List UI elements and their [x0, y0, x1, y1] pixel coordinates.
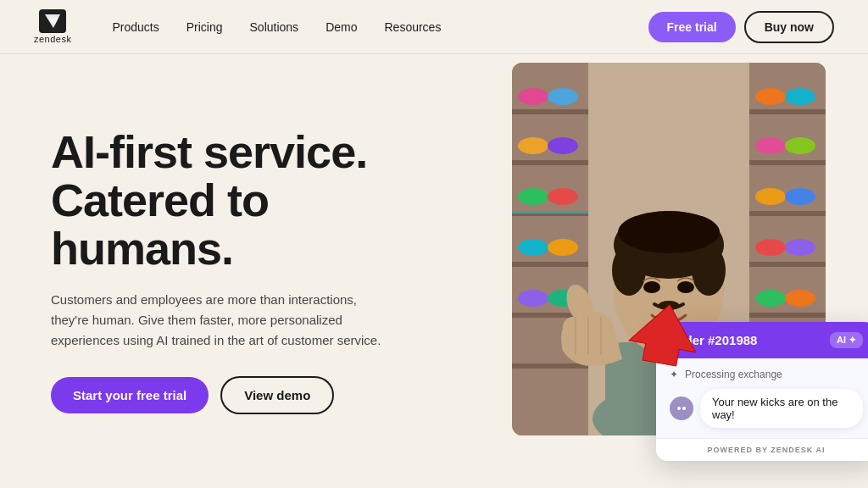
svg-point-12: [548, 137, 578, 154]
hero-left: AI-first service. Catered to humans. Cus…: [51, 128, 458, 413]
hero-title-line2: Catered to: [51, 175, 269, 225]
ai-badge: AI ✦: [830, 332, 863, 348]
svg-point-14: [548, 188, 578, 205]
chat-bubble: Your new kicks are on the way!: [700, 389, 863, 428]
red-arrow: [626, 300, 703, 368]
logo[interactable]: zendesk: [34, 9, 71, 44]
svg-point-35: [785, 290, 815, 307]
svg-point-44: [692, 245, 726, 296]
chat-message-row: Your new kicks are on the way!: [670, 389, 863, 428]
cta-buttons: Start your free trial View demo: [51, 376, 458, 414]
svg-point-33: [785, 239, 815, 256]
svg-point-29: [785, 137, 815, 154]
logo-text: zendesk: [34, 34, 71, 44]
nav-links: Products Pricing Solutions Demo Resource…: [112, 20, 648, 34]
nav-link-demo[interactable]: Demo: [326, 20, 357, 34]
view-demo-button[interactable]: View demo: [220, 376, 334, 414]
svg-point-45: [618, 211, 720, 253]
svg-rect-4: [512, 160, 588, 165]
svg-rect-20: [749, 109, 826, 114]
hero-title-line3: humans.: [51, 223, 233, 274]
buy-now-button[interactable]: Buy now: [744, 11, 834, 43]
svg-rect-22: [749, 211, 826, 216]
svg-point-9: [518, 88, 548, 105]
svg-rect-24: [749, 313, 826, 318]
svg-rect-23: [749, 262, 826, 267]
dot-2: [682, 407, 686, 410]
svg-rect-6: [512, 262, 588, 267]
svg-point-13: [518, 188, 548, 205]
processing-text: Processing exchange: [685, 369, 782, 380]
svg-rect-3: [512, 109, 588, 114]
dot-1: [677, 407, 681, 410]
svg-point-34: [755, 290, 786, 307]
svg-rect-21: [749, 160, 826, 165]
nav-actions: Free trial Buy now: [648, 11, 834, 43]
svg-point-46: [643, 281, 660, 293]
svg-point-15: [518, 239, 548, 256]
nav-link-products[interactable]: Products: [112, 20, 159, 34]
hero-right: Order #201988 AI ✦ ✦ Processing exchange…: [512, 63, 851, 469]
svg-point-27: [785, 88, 815, 105]
svg-point-10: [548, 88, 578, 105]
svg-point-26: [755, 88, 786, 105]
hero-title: AI-first service. Catered to humans.: [51, 128, 458, 272]
svg-point-32: [755, 239, 786, 256]
svg-point-17: [518, 290, 548, 307]
svg-point-47: [677, 281, 694, 293]
svg-point-30: [755, 188, 786, 205]
nav-link-pricing[interactable]: Pricing: [186, 20, 223, 34]
hero-title-line1: AI-first service.: [51, 126, 367, 177]
svg-point-16: [548, 239, 578, 256]
navbar: zendesk Products Pricing Solutions Demo …: [0, 0, 868, 54]
dots-inner: [677, 407, 686, 410]
svg-point-43: [612, 245, 646, 296]
svg-rect-8: [512, 363, 588, 369]
chat-footer: POWERED BY ZENDESK AI: [656, 438, 868, 461]
start-trial-button[interactable]: Start your free trial: [51, 377, 209, 413]
chat-processing: ✦ Processing exchange: [670, 369, 863, 380]
svg-point-31: [785, 188, 815, 205]
nav-link-resources[interactable]: Resources: [384, 20, 441, 34]
chat-avatar-dots: [670, 396, 693, 420]
hero-subtitle: Customers and employees are more than in…: [51, 290, 390, 351]
svg-point-28: [755, 137, 786, 154]
svg-point-11: [518, 137, 548, 154]
svg-rect-37: [512, 211, 588, 214]
main-content: AI-first service. Catered to humans. Cus…: [0, 54, 868, 488]
free-trial-button[interactable]: Free trial: [648, 12, 736, 42]
svg-marker-55: [626, 299, 704, 369]
nav-link-solutions[interactable]: Solutions: [250, 20, 299, 34]
logo-icon: [39, 9, 66, 33]
